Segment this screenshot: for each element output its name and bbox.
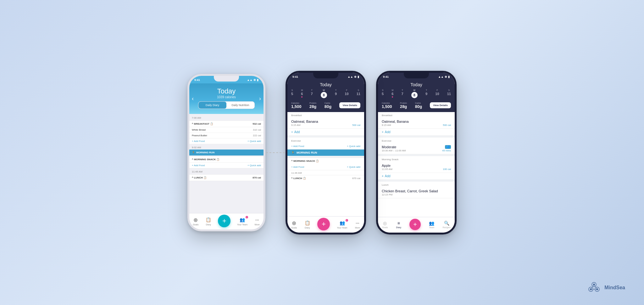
breakfast-label: ^ BREAKFAST 📋	[192, 122, 213, 125]
week-t1-3[interactable]: T 7	[402, 89, 403, 98]
snack-add-food[interactable]: + Add Food	[192, 164, 205, 167]
nav-team-3[interactable]: 👥 Team	[429, 221, 434, 229]
add-button-3[interactable]: +	[409, 219, 421, 230]
breakfast-header: ^ BREAKFAST 📋 532 cal	[189, 121, 264, 127]
stat-protein: Protein 28g	[309, 102, 316, 109]
add-label: Add	[294, 130, 300, 134]
connector-line-1	[266, 152, 285, 153]
apple-time: 11:05 AM	[382, 168, 392, 171]
morning-snack-2: ^ MORNING SNACK 📋 + Add Food + Quick add	[287, 158, 364, 170]
week-day-s1[interactable]: S 5	[291, 89, 293, 98]
next-arrow[interactable]: ›	[259, 95, 261, 102]
nav-your-team-2[interactable]: 👥 2 Your Team	[337, 220, 347, 229]
diary-label: Diary	[206, 223, 211, 226]
food-cal-2: 500 cal	[352, 124, 360, 127]
phone-1-bottom-nav: ◎ Goals 📋 Diary + 👥 2 Your Team ··· More	[189, 213, 264, 229]
week-w-3[interactable]: W 8	[411, 89, 418, 98]
add-row-snack-3[interactable]: + Add	[378, 173, 455, 180]
goals-icon-2: ◎	[291, 220, 297, 226]
add-row-breakfast-2[interactable]: + Add	[287, 129, 364, 136]
week-f-3[interactable]: F 10	[435, 89, 439, 98]
phone-3: 9:41 ▲▲ ⊕ ▮ Today S 5 M 6	[376, 71, 457, 234]
prev-arrow[interactable]: ‹	[192, 95, 194, 102]
week-s1-3[interactable]: S 5	[382, 89, 384, 98]
more-icon-2: ···	[354, 220, 361, 226]
week-day-m[interactable]: M 6	[301, 89, 303, 98]
chicken-item: Chicken Breast, Carrot, Greek Salad 12:1…	[378, 187, 455, 198]
week-s2-3[interactable]: S 11	[447, 89, 451, 98]
chicken-time: 12:15 PM	[382, 193, 392, 196]
diary-content: 7:00 AM ^ BREAKFAST 📋 532 cal White Brea…	[189, 114, 264, 213]
week-day-w[interactable]: W 8	[321, 89, 327, 98]
morning-run-bar-2: 🏃 MORNING RUN	[287, 150, 364, 156]
week-day-f[interactable]: F 10	[345, 89, 348, 98]
team-icon-2: 👥	[339, 220, 345, 226]
add-button[interactable]: +	[218, 215, 230, 227]
nav-diary-2[interactable]: 📋 Diary	[304, 220, 310, 229]
week-day-t2[interactable]: T 9	[335, 89, 337, 98]
snack-label-3: Morning Snack	[378, 156, 455, 162]
time-2: 9:41	[292, 75, 298, 78]
phone-2: 9:41 ▲▲ ⊕ ▮ Today S 5 M	[286, 71, 366, 234]
snack-quick-add-2[interactable]: + Quick add	[347, 166, 360, 168]
goals-label: Goals	[193, 223, 198, 226]
week-row-3: S 5 M 6 T 7 W 8	[382, 89, 451, 98]
tab-daily-diary[interactable]: Daily Diary	[198, 102, 226, 109]
quick-add-btn-2[interactable]: + Quick add	[347, 145, 360, 148]
snack-header: ^ MORNING SNACK 📋	[189, 156, 264, 162]
food-time-3: 9:15 AM	[382, 124, 391, 127]
nav-diary-3[interactable]: ≡ Diary	[396, 221, 401, 229]
week-row-2: S 5 M 6 T 7 W 8	[291, 89, 360, 98]
snack-add-food-2[interactable]: + Add Food	[291, 166, 304, 168]
breakfast-cal: 532 cal	[253, 122, 261, 125]
time-1146: 11:46 AM	[189, 169, 264, 174]
lunch-row-2: ^ LUNCH 📋 870 cal	[287, 175, 364, 181]
week-t2-3[interactable]: T 9	[425, 89, 427, 98]
goals-label-3: Goals	[382, 226, 388, 229]
add-food-btn-2[interactable]: + Add Food	[291, 145, 304, 148]
plus-icon: +	[291, 130, 293, 134]
today-title-2: Today	[291, 82, 360, 87]
add-button-2[interactable]: +	[317, 218, 330, 230]
add-label-snack: Add	[385, 174, 391, 178]
add-food-btn[interactable]: + Add Food	[192, 140, 205, 143]
battery-icon: ▮	[257, 78, 258, 82]
battery-icon-3: ▮	[448, 75, 450, 78]
lunch-label: ^ LUNCH 📋	[192, 176, 207, 179]
nav-recipes-3[interactable]: 🔍 Recipes	[443, 221, 451, 229]
nav-more[interactable]: ··· More	[254, 217, 260, 226]
nav-more-2[interactable]: ··· More	[354, 220, 361, 229]
meal-list-3: Breakfast Oatmeal, Banana 9:15 AM 500 ca…	[378, 112, 455, 217]
snack-quick-add[interactable]: + Quick add	[247, 164, 261, 167]
week-day-s2[interactable]: S 11	[357, 89, 360, 98]
time-902: 9:02 AM	[189, 145, 264, 150]
recipes-icon-3: 🔍	[444, 221, 449, 226]
phone-1-header: ‹ › Today 1039 calories Daily Diary Dail…	[189, 83, 264, 114]
white-bread-item: White Bread 310 cal	[189, 127, 264, 133]
nav-goals[interactable]: ◎ Goals	[192, 217, 199, 226]
nav-goals-2[interactable]: ◎ Goals	[291, 220, 297, 229]
view-details-btn-2[interactable]: View Details	[339, 102, 360, 108]
morning-run-label: MORNING RUN	[196, 151, 214, 154]
nav-diary[interactable]: 📋 Diary	[205, 217, 212, 226]
quick-add-btn[interactable]: + Quick add	[247, 140, 261, 143]
tab-daily-nutrition[interactable]: Daily Nutrition	[226, 102, 254, 109]
week-day-t1[interactable]: T 7	[311, 89, 313, 98]
stats-row-3: Calories 1,500 Protein 28g Carbs 80g Vie…	[382, 101, 451, 109]
nav-your-team[interactable]: 👥 2 Your Team	[237, 217, 247, 226]
plus-icon-3: +	[382, 130, 384, 134]
week-m-3[interactable]: M 6	[391, 89, 393, 98]
lunch-header: ^ LUNCH 📋 870 cal	[189, 175, 264, 181]
team-badge-2: 2	[346, 219, 348, 222]
team-icon: 👥	[239, 217, 246, 223]
nav-goals-3[interactable]: ◎ Goals	[382, 221, 388, 229]
exercise-label-2: Exercise	[287, 138, 364, 143]
food-cal-3: 500 cal	[443, 124, 451, 127]
morning-run-bar: 🏃 MORNING RUN	[189, 150, 264, 155]
mindsea-logo: MindSea	[586, 280, 625, 296]
run-icon-2: 🏃	[291, 151, 295, 154]
today-title-3: Today	[382, 82, 451, 87]
phone-2-notch	[313, 73, 338, 78]
add-row-breakfast-3[interactable]: + Add	[378, 129, 455, 136]
view-details-btn-3[interactable]: View Details	[430, 102, 451, 108]
